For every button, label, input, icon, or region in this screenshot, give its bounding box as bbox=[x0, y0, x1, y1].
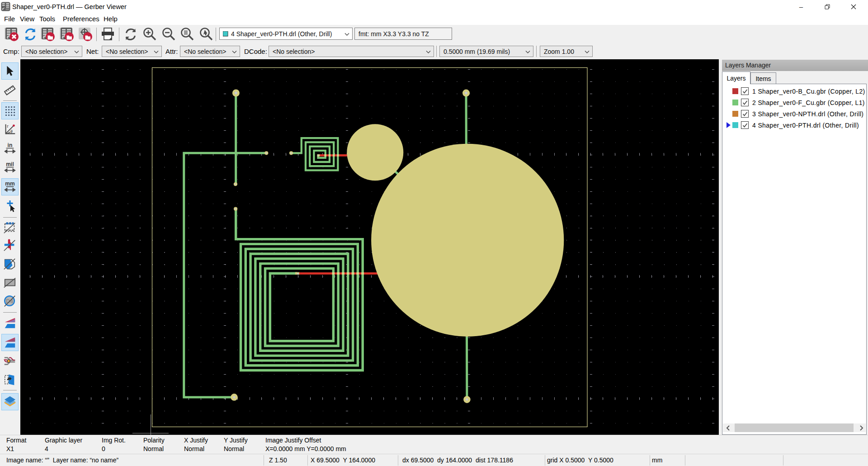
svg-text:in: in bbox=[8, 142, 13, 148]
svg-text:mm: mm bbox=[5, 181, 15, 187]
svg-text:θ: θ bbox=[10, 129, 13, 134]
svg-text:r: r bbox=[7, 124, 9, 128]
svg-text:mil: mil bbox=[6, 161, 14, 167]
